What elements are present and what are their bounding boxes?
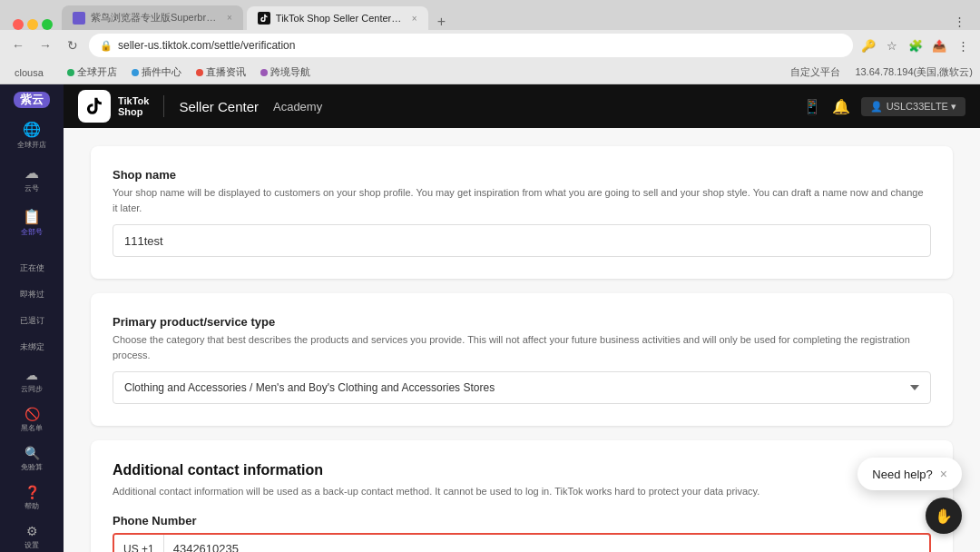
sidebar-item-blacklist[interactable]: 🚫 黑名单 [0,401,64,439]
window-maximize[interactable] [42,19,53,30]
tab-favicon-tiktok [258,12,270,25]
settings-icon: ⚙ [26,524,38,538]
seller-center-label: Seller Center [179,99,259,114]
tiktok-topnav: TikTok Shop Seller Center Academy 📱 🔔 👤 … [64,84,980,128]
mobile-icon[interactable]: 📱 [803,98,821,115]
phone-number-input[interactable] [164,542,929,552]
toolbar-nav-label: 跨境导航 [270,65,310,79]
more-btn[interactable]: ⋮ [953,35,973,55]
shop-name-input[interactable] [113,224,931,257]
toolbar-global-label: 全球开店 [77,65,117,79]
help-icon-button[interactable]: ✋ [926,498,962,534]
sidebar-item-settings[interactable]: ⚙ 设置 [0,518,64,552]
phone-label: Phone Number [113,514,931,527]
address-bar-row: ← → ↻ 🔒 seller-us.tiktok.com/settle/veri… [0,30,980,61]
ip-info-label: 13.64.78.194(美国,微软云) [855,65,973,79]
help-hand-icon: ✋ [935,508,953,525]
blacklist-icon: 🚫 [24,407,40,421]
shop-name-label: Shop name [113,168,931,182]
phone-country-code[interactable]: US +1 [114,535,164,553]
sidebar-item-verify[interactable]: 🔍 免验算 [0,440,64,478]
toolbar-plugin-label: 插件中心 [142,65,181,79]
toolbar-live-label: 直播资讯 [206,65,246,79]
cloud-icon: ☁ [24,164,39,182]
reload-button[interactable]: ↻ [62,34,83,56]
back-button[interactable]: ← [7,34,29,56]
product-type-label: Primary product/service type [113,315,931,329]
browser-actions: 🔑 ☆ 🧩 📤 ⋮ [858,35,973,55]
global-shop-badge [67,69,74,76]
additional-contact-desc: Additional contact information will be u… [113,484,931,499]
help-icon: ❓ [24,485,40,499]
live-badge [196,69,203,76]
help-close-button[interactable]: × [940,467,947,481]
toolbar-global-shop[interactable]: 全球开店 [62,64,122,81]
shop-name-section: Shop name Your shop name will be display… [91,146,953,279]
tab-purple[interactable]: 紫鸟浏览器专业版Superbrow... × [62,5,243,30]
key-icon[interactable]: 🔑 [858,35,878,55]
product-type-section: Primary product/service type Choose the … [91,293,953,426]
all-icon: 📋 [23,208,41,225]
bell-icon[interactable]: 🔔 [832,98,850,115]
clousa-label: clousa [7,65,51,80]
topnav-right: 📱 🔔 👤 USLC33ELTE ▾ [803,97,965,116]
window-minimize[interactable] [27,19,38,30]
nav-badge [260,69,268,76]
tab-tiktok[interactable]: TikTok Shop Seller Center | Un... × [247,6,428,30]
window-close[interactable] [13,19,24,30]
browser-menu[interactable]: ⋮ [950,13,969,30]
sync-icon: ☁ [25,368,38,382]
additional-contact-section: Additional contact information Additiona… [91,440,953,552]
product-type-wrapper: Clothing and Accessories / Men's and Boy… [113,371,931,404]
tiktok-logo: TikTok Shop [78,90,149,123]
product-type-desc: Choose the category that best describes … [113,332,931,362]
custom-platform-label: 自定义平台 [790,65,840,79]
forward-button[interactable]: → [34,34,56,56]
seller-center: TikTok Shop Seller Center Academy 📱 🔔 👤 … [64,84,980,552]
toolbar-plugin[interactable]: 插件中心 [126,64,187,81]
sidebar-logo: 紫云 [14,92,50,108]
help-text: Need help? [872,468,933,481]
main-layout: 紫云 🌐 全球开店 ☁ 云号 📋 全部号 正在使 即将过 已退订 未绑定 ☁ [0,84,980,552]
address-bar[interactable]: 🔒 seller-us.tiktok.com/settle/verificati… [89,34,853,57]
new-tab-button[interactable]: + [432,14,451,30]
sidebar-item-help[interactable]: ❓ 帮助 [0,479,64,517]
tab-favicon-purple [73,12,85,25]
sidebar-item-global[interactable]: 🌐 全球开店 [0,115,64,155]
account-dropdown[interactable]: 👤 USLC33ELTE ▾ [861,97,965,116]
tab-label-tiktok: TikTok Shop Seller Center | Un... [276,13,403,24]
browser-window: 紫鸟浏览器专业版Superbrow... × TikTok Shop Selle… [0,0,980,84]
content-area: Shop name Your shop name will be display… [64,128,980,552]
nav-divider [163,95,164,117]
tab-label-purple: 紫鸟浏览器专业版Superbrow... [91,11,218,25]
product-type-select[interactable]: Clothing and Accessories / Men's and Boy… [113,371,931,404]
sidebar-item-sync[interactable]: ☁ 云同步 [0,362,64,399]
tab-close-tiktok[interactable]: × [412,14,417,24]
star-icon[interactable]: ☆ [882,35,902,55]
sidebar-item-unbound[interactable]: 未绑定 [0,336,64,359]
sidebar-item-expiring[interactable]: 即将过 [0,283,64,306]
toolbar-live[interactable]: 直播资讯 [191,64,251,81]
additional-contact-title: Additional contact information [113,462,931,478]
sidebar-item-cancelled[interactable]: 已退订 [0,310,64,332]
extend-icon[interactable]: 🧩 [906,35,926,55]
verify-icon: 🔍 [24,446,40,460]
url-text: seller-us.tiktok.com/settle/verification [118,39,295,52]
tiktok-logo-icon [78,90,111,123]
tab-close-purple[interactable]: × [227,13,232,23]
outer-sidebar: 紫云 🌐 全球开店 ☁ 云号 📋 全部号 正在使 即将过 已退订 未绑定 ☁ [0,84,64,552]
help-widget: Need help? × ✋ [858,458,962,534]
sidebar-item-cloud[interactable]: ☁ 云号 [0,159,64,199]
account-label: USLC33ELTE ▾ [887,101,956,113]
account-icon: 👤 [870,101,883,113]
academy-label[interactable]: Academy [273,100,322,113]
shop-name-desc: Your shop name will be displayed to cust… [113,185,931,215]
cast-icon[interactable]: 📤 [929,35,949,55]
global-icon: 🌐 [23,121,41,138]
toolbar-row: clousa 全球开店 插件中心 直播资讯 跨境导航 自定义平台 13.64.7… [0,61,980,84]
sidebar-item-using[interactable]: 正在使 [0,257,64,280]
lock-icon: 🔒 [100,40,113,52]
plugin-badge [132,69,139,76]
toolbar-navigation[interactable]: 跨境导航 [255,64,316,81]
sidebar-item-all[interactable]: 📋 全部号 [0,202,64,242]
